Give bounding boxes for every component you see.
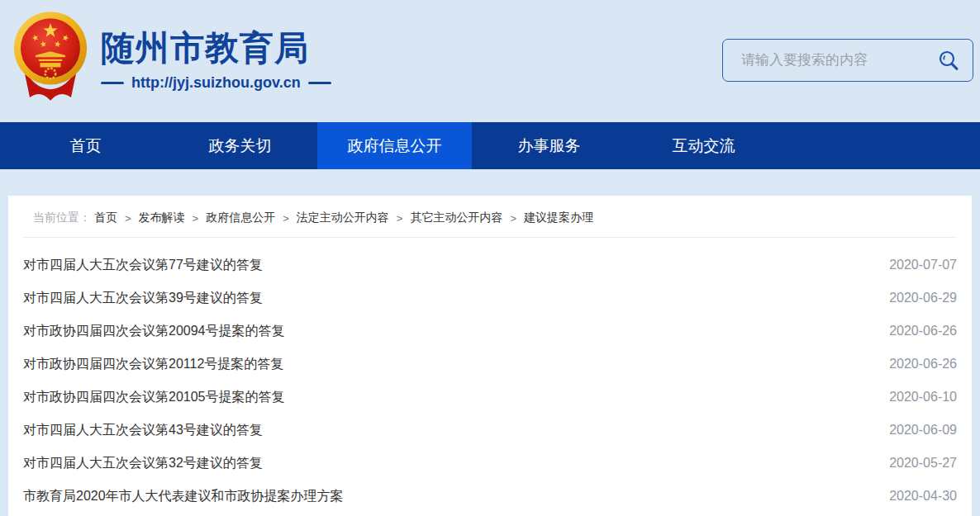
breadcrumb: 当前位置： 首页 > 发布解读 > 政府信息公开 > 法定主动公开内容 > 其它…: [23, 196, 957, 238]
article-date: 2020-04-30: [889, 489, 957, 504]
url-left-dash: [101, 82, 124, 84]
list-item[interactable]: 对市四届人大五次会议第77号建议的答复 2020-07-07: [23, 249, 957, 282]
list-item[interactable]: 对市政协四届四次会议第20112号提案的答复 2020-06-26: [23, 348, 957, 381]
list-item[interactable]: 对市四届人大五次会议第32号建议的答复 2020-05-27: [23, 447, 957, 480]
article-title[interactable]: 对市四届人大五次会议第39号建议的答复: [23, 290, 263, 307]
breadcrumb-item-other-disclosure[interactable]: 其它主动公开内容: [410, 211, 502, 225]
article-title[interactable]: 对市四届人大五次会议第32号建议的答复: [23, 455, 263, 472]
article-title[interactable]: 对市政协四届四次会议第20112号提案的答复: [23, 356, 283, 373]
article-date: 2020-07-07: [889, 258, 957, 272]
url-right-dash: [308, 82, 331, 84]
search-icon: [937, 49, 961, 73]
nav-tab-government-concerns[interactable]: 政务关切: [163, 122, 317, 169]
site-title: 随州市教育局: [101, 30, 331, 67]
nav-tab-home[interactable]: 首页: [8, 122, 163, 169]
national-emblem-logo: [11, 7, 90, 104]
list-item[interactable]: 对市四届人大五次会议第43号建议的答复 2020-06-09: [23, 414, 957, 447]
article-list: 对市四届人大五次会议第77号建议的答复 2020-07-07 对市四届人大五次会…: [23, 238, 957, 513]
site-header: 随州市教育局 http://jyj.suizhou.gov.cn: [0, 0, 980, 122]
breadcrumb-separator: >: [193, 212, 199, 225]
article-date: 2020-06-09: [889, 423, 957, 438]
search-input[interactable]: [740, 51, 937, 69]
article-date: 2020-06-29: [889, 291, 957, 305]
nav-tab-government-info-disclosure[interactable]: 政府信息公开: [317, 122, 472, 169]
breadcrumb-separator: >: [510, 212, 516, 225]
breadcrumb-separator: >: [283, 212, 289, 225]
site-url-line: http://jyj.suizhou.gov.cn: [101, 74, 331, 92]
article-title[interactable]: 对市政协四届四次会议第20094号提案的答复: [23, 323, 285, 340]
list-item[interactable]: 对市政协四届四次会议第20094号提案的答复 2020-06-26: [23, 315, 957, 348]
article-date: 2020-06-26: [889, 357, 957, 372]
article-title[interactable]: 对市四届人大五次会议第77号建议的答复: [23, 257, 263, 274]
article-date: 2020-05-27: [889, 456, 957, 471]
article-date: 2020-06-10: [889, 390, 957, 405]
search-button[interactable]: [937, 49, 961, 73]
breadcrumb-separator: >: [125, 212, 131, 225]
breadcrumb-item-statutory-disclosure[interactable]: 法定主动公开内容: [297, 211, 389, 225]
breadcrumb-item-interpretation[interactable]: 发布解读: [139, 211, 185, 225]
content-panel: 当前位置： 首页 > 发布解读 > 政府信息公开 > 法定主动公开内容 > 其它…: [8, 196, 972, 516]
article-title[interactable]: 对市政协四届四次会议第20105号提案的答复: [23, 389, 285, 406]
list-item[interactable]: 对市政协四届四次会议第20105号提案的答复 2020-06-10: [23, 381, 957, 414]
breadcrumb-item-home[interactable]: 首页: [94, 211, 117, 225]
article-date: 2020-06-26: [889, 324, 957, 338]
nav-tab-services[interactable]: 办事服务: [472, 122, 626, 169]
brand-block: 随州市教育局 http://jyj.suizhou.gov.cn: [101, 30, 331, 92]
breadcrumb-item-proposal-handling[interactable]: 建议提案办理: [524, 211, 593, 225]
breadcrumb-label: 当前位置：: [33, 211, 91, 225]
breadcrumb-separator: >: [397, 212, 403, 225]
list-item[interactable]: 对市四届人大五次会议第39号建议的答复 2020-06-29: [23, 282, 957, 315]
main-nav: 首页 政务关切 政府信息公开 办事服务 互动交流: [0, 122, 980, 169]
nav-tab-interaction[interactable]: 互动交流: [626, 122, 781, 169]
site-url-text: http://jyj.suizhou.gov.cn: [131, 74, 301, 92]
search-box[interactable]: [722, 39, 973, 82]
breadcrumb-item-gov-info[interactable]: 政府信息公开: [206, 211, 275, 225]
article-title[interactable]: 对市四届人大五次会议第43号建议的答复: [23, 422, 263, 439]
article-title[interactable]: 市教育局2020年市人大代表建议和市政协提案办理方案: [23, 488, 344, 505]
list-item[interactable]: 市教育局2020年市人大代表建议和市政协提案办理方案 2020-04-30: [23, 480, 957, 513]
